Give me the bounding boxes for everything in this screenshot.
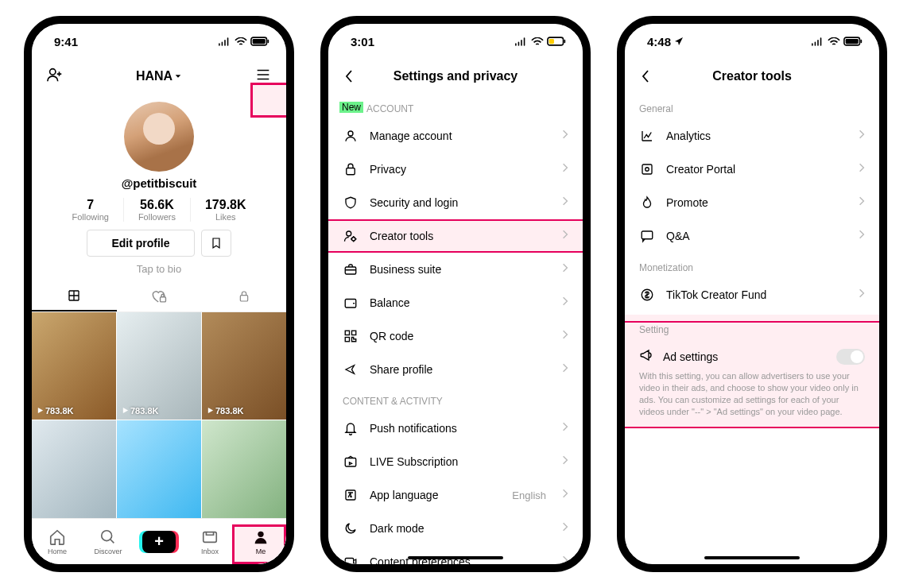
section-account: ACCOUNT (328, 94, 583, 119)
bell-icon (343, 421, 359, 435)
battery-icon (250, 37, 270, 46)
bookmarks-button[interactable] (201, 230, 231, 257)
row-analytics[interactable]: Analytics (625, 119, 879, 153)
row-share-profile[interactable]: Share profile (328, 353, 583, 386)
row-label: Balance (370, 296, 551, 309)
home-indicator (704, 556, 800, 559)
video-thumbnail[interactable] (202, 420, 286, 528)
profile-avatar[interactable] (124, 102, 194, 172)
row-creator-tools[interactable]: Creator tools (328, 219, 583, 253)
row-label: Creator Portal (666, 163, 847, 176)
stat-following[interactable]: 7 Following (57, 198, 123, 222)
row-creator-portal[interactable]: Creator Portal (625, 153, 879, 186)
svg-rect-2 (267, 40, 269, 43)
video-thumbnail[interactable] (117, 420, 201, 528)
add-account-icon[interactable] (46, 66, 64, 87)
flame-icon (639, 195, 655, 210)
svg-rect-11 (564, 40, 565, 43)
video-grid: 783.8K 783.8K 783.8K (32, 312, 286, 527)
ad-settings-block: Ad settings With this setting, you can a… (625, 340, 879, 428)
signal-icon (219, 37, 231, 46)
wifi-icon (828, 37, 840, 46)
chevron-right-icon (859, 288, 865, 302)
stat-followers-value: 56.6K (138, 198, 176, 212)
signal-icon (812, 37, 824, 46)
video-thumbnail[interactable]: 783.8K (202, 312, 286, 420)
row-balance[interactable]: Balance (328, 286, 583, 319)
nav-create[interactable]: + (134, 519, 184, 564)
home-icon (48, 528, 66, 546)
row-content-preferences[interactable]: Content preferences (328, 545, 583, 564)
svg-rect-23 (345, 559, 354, 565)
stat-followers[interactable]: 56.6K Followers (124, 198, 191, 222)
ad-settings-toggle[interactable] (836, 349, 865, 365)
tab-liked[interactable] (117, 281, 202, 311)
row-label: Share profile (370, 363, 551, 376)
row-label: Promote (666, 196, 847, 209)
nav-inbox[interactable]: Inbox (184, 519, 235, 564)
svg-rect-25 (846, 39, 859, 44)
row-creator-fund[interactable]: TikTok Creator Fund (625, 278, 879, 311)
row-dark-mode[interactable]: Dark mode (328, 512, 583, 545)
chevron-right-icon (562, 129, 568, 143)
new-badge: New (339, 102, 363, 113)
svg-rect-7 (204, 532, 217, 542)
chevron-right-icon (562, 555, 568, 564)
row-qa[interactable]: Q&A (625, 219, 879, 253)
row-label: App language (370, 489, 501, 501)
back-button[interactable] (339, 67, 359, 86)
back-button[interactable] (636, 67, 655, 86)
person-gear-icon (343, 229, 359, 243)
row-label: Business suite (370, 263, 551, 276)
phone-creator-tools-screen: 4:48 Creator tools General Analytics (617, 16, 887, 572)
chevron-right-icon (562, 521, 568, 536)
row-business-suite[interactable]: Business suite (328, 253, 583, 286)
row-label: TikTok Creator Fund (666, 288, 847, 301)
edit-profile-button[interactable]: Edit profile (87, 230, 194, 257)
plus-icon: + (142, 531, 176, 553)
hamburger-menu-icon[interactable] (254, 66, 272, 87)
chevron-right-icon (859, 129, 865, 143)
nav-discover[interactable]: Discover (83, 519, 134, 564)
nav-home[interactable]: Home (32, 519, 83, 564)
nav-me[interactable]: Me (235, 519, 286, 564)
video-thumbnail[interactable]: 783.8K (32, 312, 116, 420)
row-manage-account[interactable]: Manage account (328, 119, 583, 153)
row-qr-code[interactable]: QR code (328, 319, 583, 353)
row-label: Push notifications (370, 422, 551, 435)
svg-rect-4 (161, 297, 166, 302)
home-indicator (408, 556, 503, 559)
row-promote[interactable]: Promote (625, 186, 879, 219)
svg-rect-10 (549, 39, 554, 44)
row-live-subscription[interactable]: LIVE Subscription (328, 445, 583, 478)
chevron-left-icon (344, 69, 354, 83)
row-app-language[interactable]: App language English (328, 478, 583, 512)
svg-rect-13 (347, 168, 355, 175)
account-name: HANA (136, 69, 173, 83)
row-privacy[interactable]: Privacy (328, 153, 583, 186)
caret-down-icon (174, 72, 182, 80)
video-thumbnail[interactable] (32, 420, 116, 528)
battery-low-icon (547, 37, 567, 46)
tab-private[interactable] (201, 281, 286, 311)
stat-likes-value: 179.8K (205, 198, 246, 212)
video-thumbnail[interactable]: 783.8K (117, 312, 201, 420)
wifi-icon (235, 37, 247, 46)
tab-grid[interactable] (32, 281, 117, 311)
chevron-right-icon (562, 262, 568, 277)
row-label: Privacy (370, 163, 551, 176)
portal-icon (639, 162, 655, 176)
section-general: General (625, 94, 879, 119)
row-push-notifications[interactable]: Push notifications (328, 412, 583, 445)
svg-rect-29 (642, 231, 653, 239)
section-monetization: Monetization (625, 253, 879, 278)
account-switcher[interactable]: HANA (136, 69, 182, 83)
play-icon (37, 407, 44, 414)
battery-icon (843, 37, 863, 46)
shield-icon (343, 195, 359, 210)
nav-me-label: Me (256, 547, 266, 555)
bio-hint[interactable]: Tap to bio (32, 263, 286, 275)
stat-likes[interactable]: 179.8K Likes (191, 198, 261, 222)
row-security[interactable]: Security and login (328, 186, 583, 219)
play-icon (122, 407, 129, 414)
